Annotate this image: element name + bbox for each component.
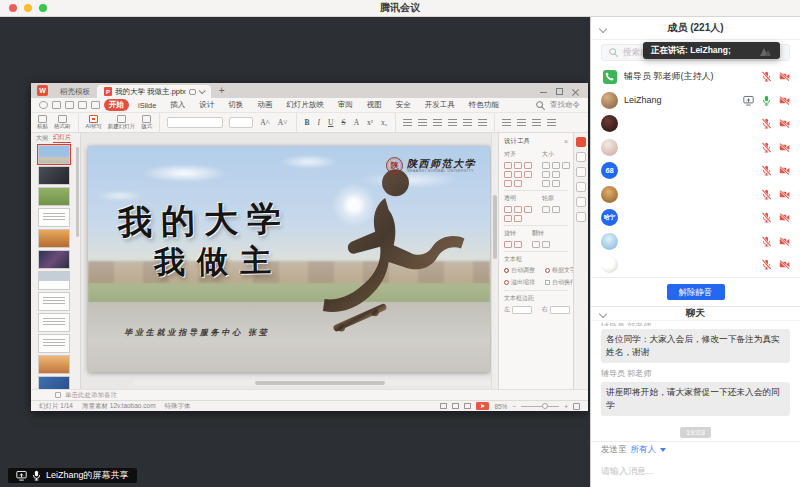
mic-muted-icon[interactable] xyxy=(761,236,772,247)
align-left-icon[interactable] xyxy=(502,119,511,127)
indent-icon[interactable] xyxy=(448,119,457,127)
textbox-checkbox-wrap[interactable]: 自动换行 xyxy=(545,278,576,287)
send-to-selector[interactable]: 所有人 xyxy=(631,444,657,456)
menu-security[interactable]: 安全 xyxy=(391,99,416,111)
maximize-window-button[interactable] xyxy=(39,4,47,12)
zoom-slider-knob[interactable] xyxy=(542,403,548,409)
rotate-option[interactable] xyxy=(514,241,522,248)
size-option[interactable] xyxy=(542,180,550,187)
chat-input[interactable] xyxy=(601,466,790,476)
align-middle-option[interactable] xyxy=(514,171,522,178)
menu-transition[interactable]: 切换 xyxy=(223,99,248,111)
margin-right-input[interactable] xyxy=(550,306,570,314)
subscript-button[interactable]: x₂ xyxy=(380,118,388,127)
comment-panel-icon[interactable] xyxy=(576,182,586,192)
find-command[interactable]: 查找命令 xyxy=(535,100,580,111)
size-option[interactable] xyxy=(542,171,550,178)
align-center-icon[interactable] xyxy=(517,119,526,127)
textbox-radio-overflow[interactable]: 溢出缩排 xyxy=(504,278,535,287)
help-panel-icon[interactable] xyxy=(576,197,586,207)
redo-icon[interactable] xyxy=(91,101,100,109)
slide-editor[interactable]: 我的大学 我做主 陕 陕西师范大学 SHAANXI NORMAL UNIVERS… xyxy=(88,146,490,372)
outdent-icon[interactable] xyxy=(433,119,442,127)
size-option[interactable] xyxy=(562,162,570,169)
scrollbar-thumb[interactable] xyxy=(493,195,497,259)
font-color-button[interactable]: A xyxy=(353,118,360,127)
slide-thumbnail[interactable] xyxy=(39,188,69,205)
distribute-v-option[interactable] xyxy=(514,180,522,187)
menu-features[interactable]: 特色功能 xyxy=(464,99,504,111)
member-row[interactable] xyxy=(591,230,800,254)
wps-maximize-icon[interactable] xyxy=(556,88,563,95)
italic-button[interactable]: I xyxy=(317,118,322,127)
camera-off-icon[interactable] xyxy=(779,236,790,247)
tab-document[interactable]: P 我的大学 我做主.pptx xyxy=(97,85,211,98)
resource-panel-icon[interactable] xyxy=(576,167,586,177)
camera-off-icon[interactable] xyxy=(779,189,790,200)
reading-view-icon[interactable] xyxy=(464,403,471,409)
chevron-down-icon[interactable] xyxy=(660,448,666,452)
animation-panel-icon[interactable] xyxy=(576,152,586,162)
menu-home[interactable]: 开始 xyxy=(104,99,129,111)
print-icon[interactable] xyxy=(65,101,74,109)
mic-muted-icon[interactable] xyxy=(761,259,772,270)
increase-font-button[interactable]: A˄ xyxy=(259,118,271,127)
canvas-vertical-scrollbar[interactable] xyxy=(491,133,498,389)
mic-muted-icon[interactable] xyxy=(761,212,772,223)
rotate-option[interactable] xyxy=(504,241,512,248)
unmute-all-button[interactable]: 解除静音 xyxy=(667,284,725,300)
decrease-font-button[interactable]: A˅ xyxy=(277,118,289,127)
outline-option[interactable] xyxy=(542,206,550,213)
zoom-slider[interactable] xyxy=(521,406,559,407)
camera-off-icon[interactable] xyxy=(779,212,790,223)
font-name-input[interactable] xyxy=(167,117,223,128)
size-option[interactable] xyxy=(552,162,560,169)
ai-write-button[interactable]: AI帮写 xyxy=(86,115,102,130)
member-row[interactable] xyxy=(591,112,800,136)
size-option[interactable] xyxy=(552,180,560,187)
slide-thumbnail[interactable] xyxy=(39,230,69,247)
zoom-in-button[interactable]: + xyxy=(564,403,568,410)
line-spacing-icon[interactable] xyxy=(463,119,472,127)
textbox-radio-fit-text[interactable]: 根据文字 xyxy=(545,266,576,275)
align-center-option[interactable] xyxy=(514,162,522,169)
chevron-down-icon[interactable] xyxy=(199,87,206,94)
slide-title-line2[interactable]: 我做主 xyxy=(154,240,284,284)
scrollbar-thumb[interactable] xyxy=(255,381,385,385)
transparent-option[interactable] xyxy=(514,215,522,222)
chat-message-list[interactable]: 辅导员 郭老师 各位同学：大家入会后，修改一下备注为真实姓名，谢谢 辅导员 郭老… xyxy=(591,321,800,441)
align-left-option[interactable] xyxy=(504,162,512,169)
close-window-button[interactable] xyxy=(9,4,17,12)
menu-design[interactable]: 设计 xyxy=(194,99,219,111)
slide-thumbnail[interactable] xyxy=(39,293,69,310)
slide-sorter-icon[interactable] xyxy=(452,403,459,409)
slide-thumbnail[interactable] xyxy=(39,167,69,184)
align-right-icon[interactable] xyxy=(532,119,541,127)
margin-left-input[interactable] xyxy=(512,306,532,314)
size-option[interactable] xyxy=(542,162,550,169)
slide-thumbnail[interactable] xyxy=(39,251,69,268)
collapse-chat-icon[interactable] xyxy=(599,310,607,318)
transparent-option[interactable] xyxy=(514,206,522,213)
new-tab-button[interactable]: + xyxy=(219,86,225,96)
wps-close-icon[interactable] xyxy=(572,88,579,95)
slide-thumbnail[interactable] xyxy=(39,146,69,163)
camera-off-icon[interactable] xyxy=(779,71,790,82)
member-row[interactable]: 哈宁 xyxy=(591,206,800,230)
sharing-screen-icon[interactable] xyxy=(743,95,754,106)
slide-canvas[interactable]: 我的大学 我做主 陕 陕西师范大学 SHAANXI NORMAL UNIVERS… xyxy=(81,133,491,389)
mic-muted-icon[interactable] xyxy=(761,71,772,82)
transparent-option[interactable] xyxy=(504,206,512,213)
textbox-radio-auto[interactable]: 自动调整 xyxy=(504,266,535,275)
menu-animation[interactable]: 动画 xyxy=(252,99,277,111)
font-size-input[interactable] xyxy=(229,117,253,128)
camera-off-icon[interactable] xyxy=(779,165,790,176)
size-option[interactable] xyxy=(552,171,560,178)
member-row-leizhang[interactable]: LeiZhang xyxy=(591,89,800,113)
camera-off-icon[interactable] xyxy=(779,142,790,153)
menu-view[interactable]: 视图 xyxy=(362,99,387,111)
menu-insert[interactable]: 插入 xyxy=(165,99,190,111)
mic-on-icon[interactable] xyxy=(761,95,772,106)
align-right-option[interactable] xyxy=(524,162,532,169)
bold-button[interactable]: B xyxy=(304,118,311,127)
